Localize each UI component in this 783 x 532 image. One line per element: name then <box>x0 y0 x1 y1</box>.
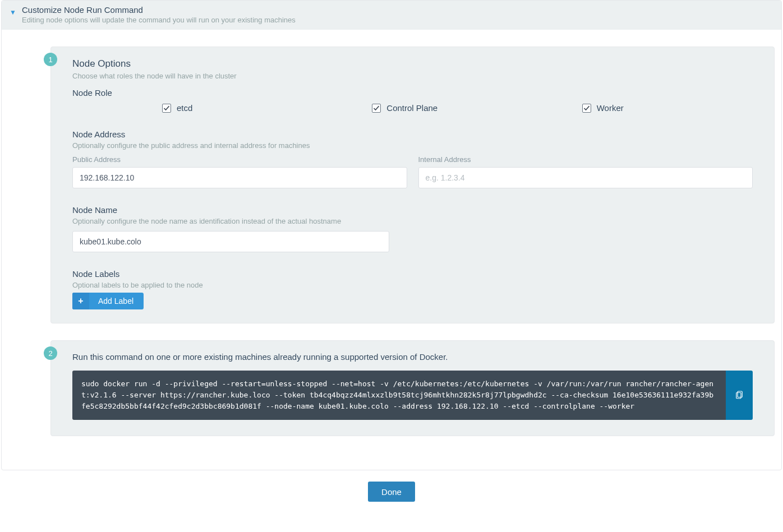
step1-card: 1 Node Options Choose what roles the nod… <box>50 47 775 323</box>
command-output[interactable]: sudo docker run -d --privileged --restar… <box>72 371 726 420</box>
node-name-title: Node Name <box>72 205 753 215</box>
clipboard-icon <box>734 390 744 401</box>
copy-to-clipboard-button[interactable] <box>726 371 753 420</box>
checkbox-etcd[interactable] <box>162 104 171 113</box>
internal-address-label: Internal Address <box>418 155 753 164</box>
role-label-etcd: etcd <box>177 103 192 113</box>
node-options-title: Node Options <box>72 58 753 70</box>
add-label-button[interactable]: + Add Label <box>72 293 144 309</box>
node-name-input[interactable] <box>72 231 389 252</box>
caret-down-icon: ▼ <box>10 8 16 16</box>
node-name-subtitle: Optionally configure the node name as id… <box>72 217 753 225</box>
checkbox-worker[interactable] <box>582 104 591 113</box>
role-item-controlplane[interactable]: Control Plane <box>333 103 542 113</box>
step2-card: 2 Run this command on one or more existi… <box>50 340 775 436</box>
node-role-title: Node Role <box>72 88 753 98</box>
plus-icon: + <box>72 293 89 309</box>
step2-title: Run this command on one or more existing… <box>72 352 753 362</box>
panel-header[interactable]: ▼ Customize Node Run Command Editing nod… <box>2 1 781 30</box>
role-item-worker[interactable]: Worker <box>543 103 753 113</box>
svg-rect-1 <box>736 392 741 399</box>
done-button[interactable]: Done <box>368 482 415 502</box>
role-label-worker: Worker <box>597 103 624 113</box>
panel-title: Customize Node Run Command <box>22 5 761 15</box>
node-labels-title: Node Labels <box>72 269 753 279</box>
checkbox-controlplane[interactable] <box>372 104 381 113</box>
panel-subtitle: Editing node options will update the com… <box>22 16 761 24</box>
add-label-button-label: Add Label <box>89 297 144 306</box>
node-address-subtitle: Optionally configure the public address … <box>72 141 753 150</box>
step-badge-1: 1 <box>44 53 57 66</box>
public-address-input[interactable] <box>72 167 407 188</box>
internal-address-input[interactable] <box>418 167 753 188</box>
svg-rect-0 <box>738 391 742 397</box>
node-labels-subtitle: Optional labels to be applied to the nod… <box>72 281 753 289</box>
role-item-etcd[interactable]: etcd <box>72 103 333 113</box>
node-address-title: Node Address <box>72 129 753 139</box>
role-label-controlplane: Control Plane <box>386 103 437 113</box>
node-options-subtitle: Choose what roles the node will have in … <box>72 72 753 80</box>
public-address-label: Public Address <box>72 155 407 164</box>
step-badge-2: 2 <box>44 346 57 360</box>
